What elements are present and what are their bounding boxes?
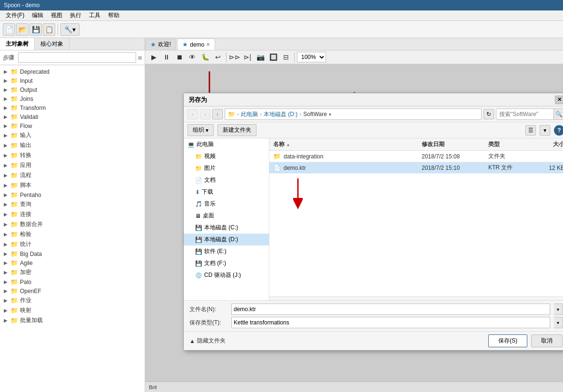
- tree-item-script[interactable]: ▶ 📁 脚本: [0, 180, 145, 190]
- tree-item-check[interactable]: ▶ 📁 检验: [0, 229, 145, 239]
- nav-up-btn[interactable]: ↑: [212, 109, 223, 119]
- nav-documents[interactable]: 📄 文档: [184, 174, 269, 186]
- refresh-btn[interactable]: ↻: [484, 109, 494, 119]
- cancel-btn[interactable]: 取消: [531, 334, 563, 347]
- step-run-btn[interactable]: ⊳⊳: [229, 52, 240, 62]
- menu-edit[interactable]: 编辑: [28, 10, 47, 20]
- col-type[interactable]: 类型: [488, 140, 526, 148]
- tree-item-encrypt[interactable]: ▶ 📁 加密: [0, 267, 145, 277]
- menu-file[interactable]: 文件(F): [2, 10, 28, 20]
- organize-btn[interactable]: 组织 ▾: [188, 124, 214, 136]
- filetype-input[interactable]: [231, 317, 550, 328]
- nav-forward-btn[interactable]: ›: [200, 109, 210, 119]
- tree-item-bulk-load[interactable]: ▶ 📁 批量加载: [0, 315, 145, 325]
- run-btn[interactable]: ▶: [148, 52, 159, 62]
- something-btn[interactable]: 🔲: [267, 52, 279, 62]
- file-list-scrollbar[interactable]: [269, 296, 563, 300]
- tree-item-stats[interactable]: ▶ 📁 统计: [0, 239, 145, 249]
- tree-item-palo[interactable]: ▶ 📁 Palo: [0, 277, 145, 286]
- nav-back-btn[interactable]: ‹: [188, 109, 198, 119]
- file-row-data-integration[interactable]: 📁 data-integration 2018/7/2 15:08 文件夹: [269, 151, 563, 162]
- expand-icon[interactable]: ⊞: [138, 55, 142, 60]
- view-list-btn[interactable]: ▾: [540, 125, 550, 136]
- new-folder-btn[interactable]: 新建文件夹: [217, 124, 257, 136]
- zoom-select[interactable]: 100%: [297, 52, 326, 62]
- tree-item-datamerge[interactable]: ▶ 📁 数据合并: [0, 219, 145, 229]
- tree-item-transform-cn[interactable]: ▶ 📁 转换: [0, 150, 145, 160]
- menu-tools[interactable]: 工具: [85, 10, 104, 20]
- snapshot-btn[interactable]: 📷: [255, 52, 266, 62]
- dialog-close-btn[interactable]: ✕: [555, 96, 563, 104]
- nav-drive-f[interactable]: 💾 文档 (F:): [184, 257, 269, 269]
- col-name[interactable]: 名称 ▲: [273, 140, 422, 148]
- search-btn[interactable]: 🔍: [553, 109, 563, 119]
- stop-btn[interactable]: ⏹: [174, 52, 185, 62]
- nav-video[interactable]: 📁 视频: [184, 150, 269, 162]
- nav-desktop[interactable]: 🖥 桌面: [184, 210, 269, 222]
- nav-music[interactable]: 🎵 音乐: [184, 198, 269, 210]
- debug-btn[interactable]: 🐛: [199, 52, 211, 62]
- tree-item-validati[interactable]: ▶ 📁 Validati: [0, 112, 145, 121]
- menu-execute[interactable]: 执行: [66, 10, 85, 20]
- filename-input[interactable]: [231, 304, 550, 315]
- canvas-area[interactable]: Drag & Drop a Step Also try shift + doub…: [145, 64, 563, 392]
- help-btn[interactable]: ?: [554, 125, 563, 136]
- menu-help[interactable]: 帮助: [104, 10, 123, 20]
- grid-btn[interactable]: ⊟: [280, 52, 292, 62]
- breadcrumb-dropdown-icon[interactable]: ▾: [329, 112, 331, 117]
- view-toggle-btn[interactable]: ☰: [525, 125, 536, 136]
- toolbar-open-btn[interactable]: 📂: [16, 23, 29, 36]
- tree-item-pentaho[interactable]: ▶ 📁 Pentaho: [0, 190, 145, 199]
- toolbar-extra-btn[interactable]: 🔧▾: [60, 23, 79, 36]
- col-date[interactable]: 修改日期: [422, 140, 488, 148]
- tree-item-deprecated[interactable]: ▶ 📁 Deprecated: [0, 67, 145, 76]
- nav-drive-j[interactable]: 💿 CD 驱动器 (J:): [184, 269, 269, 281]
- tab-welcome[interactable]: ★ 欢迎!: [145, 39, 176, 50]
- tree-item-flow[interactable]: ▶ 📁 Flow: [0, 121, 145, 130]
- toolbar-new-btn[interactable]: 📄: [3, 23, 15, 36]
- tab-demo-close[interactable]: ✕: [206, 42, 210, 47]
- tab-core-objects[interactable]: 核心对象: [35, 38, 69, 50]
- nav-drive-c[interactable]: 💾 本地磁盘 (C:): [184, 222, 269, 234]
- hide-folders-toggle[interactable]: ▲ 隐藏文件夹: [189, 337, 226, 345]
- tree-item-transform[interactable]: ▶ 📁 Transform: [0, 103, 145, 112]
- nav-pictures[interactable]: 📁 图片: [184, 162, 269, 174]
- breadcrumb-thismachine[interactable]: 此电脑: [241, 110, 258, 118]
- nav-drive-d[interactable]: 💾 本地磁盘 (D:): [184, 234, 269, 245]
- tab-main-objects[interactable]: 主对象树: [0, 38, 35, 50]
- replay-btn[interactable]: ↩: [212, 52, 224, 62]
- tree-item-connect[interactable]: ▶ 📁 连接: [0, 209, 145, 219]
- nav-downloads[interactable]: ⬇ 下载: [184, 186, 269, 198]
- step-search-input[interactable]: [18, 52, 136, 63]
- nav-thismachine[interactable]: 💻 此电脑: [184, 138, 269, 150]
- tree-item-output-cn[interactable]: ▶ 📁 输出: [0, 140, 145, 150]
- inject-btn[interactable]: ⊳|: [242, 52, 253, 62]
- tree-item-openef[interactable]: ▶ 📁 OpenEF: [0, 286, 145, 295]
- filetype-dropdown-btn[interactable]: ▾: [554, 317, 563, 328]
- file-row-demo-ktr[interactable]: 📄 demo.ktr 2018/7/2 15:10 KTR 文件 12 KB: [269, 162, 563, 174]
- breadcrumb-disk-d[interactable]: 本地磁盘 (D:): [264, 110, 297, 118]
- tree-item-query[interactable]: ▶ 📁 查询: [0, 199, 145, 209]
- search-input[interactable]: [496, 109, 553, 119]
- tree-item-app[interactable]: ▶ 📁 应用: [0, 160, 145, 170]
- pause-btn[interactable]: ⏸: [161, 52, 172, 62]
- nav-drive-e[interactable]: 💾 软件 (E:): [184, 245, 269, 257]
- toolbar-save-btn[interactable]: 💾: [30, 23, 42, 36]
- tree-item-bigdata[interactable]: ▶ 📁 Big Data: [0, 249, 145, 258]
- menu-view[interactable]: 视图: [47, 10, 66, 20]
- tree-item-mapping[interactable]: ▶ 📁 映射: [0, 305, 145, 315]
- tree-item-input-cn[interactable]: ▶ 📁 输入: [0, 130, 145, 140]
- tree-item-output[interactable]: ▶ 📁 Output: [0, 85, 145, 94]
- tree-item-agile[interactable]: ▶ 📁 Agile: [0, 258, 145, 267]
- preview-btn[interactable]: 👁: [187, 52, 198, 62]
- tree-item-input[interactable]: ▶ 📁 Input: [0, 76, 145, 85]
- toolbar-saveas-btn[interactable]: 📋: [43, 23, 55, 36]
- tree-item-job[interactable]: ▶ 📁 作业: [0, 295, 145, 305]
- tree-item-joins[interactable]: ▶ 📁 Joins: [0, 94, 145, 103]
- tree-item-flow-cn[interactable]: ▶ 📁 流程: [0, 170, 145, 180]
- col-size[interactable]: 大小: [526, 140, 563, 148]
- breadcrumb-computer[interactable]: 📁: [228, 111, 235, 118]
- save-btn[interactable]: 保存(S): [488, 334, 527, 347]
- tab-demo[interactable]: ★ demo ✕: [177, 39, 215, 50]
- filename-dropdown-btn[interactable]: ▾: [554, 304, 563, 315]
